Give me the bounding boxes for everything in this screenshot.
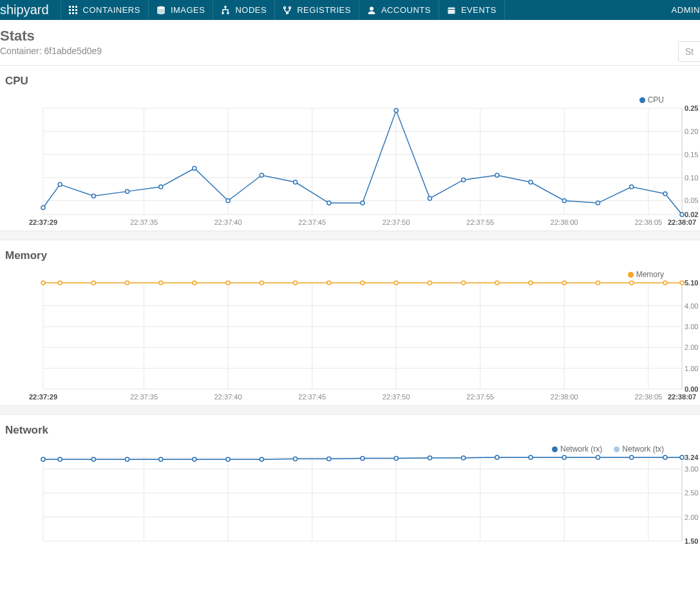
nav-admin[interactable]: ADMIN — [663, 5, 700, 15]
svg-text:22:37:45: 22:37:45 — [298, 393, 326, 401]
chart-memory: Memory 0.001.002.003.004.005.1022:37:292… — [0, 270, 700, 405]
tree-icon — [221, 6, 230, 15]
svg-point-182 — [630, 455, 634, 459]
svg-point-164 — [41, 457, 45, 461]
person-icon — [367, 6, 376, 15]
svg-text:22:38:05: 22:38:05 — [634, 218, 662, 226]
svg-text:22:38:05: 22:38:05 — [634, 393, 662, 401]
svg-point-57 — [260, 173, 263, 177]
svg-text:22:37:50: 22:37:50 — [383, 218, 410, 226]
section-network: Network Network (rx) Network (tx) 1.502.… — [0, 415, 700, 548]
chart-network: Network (rx) Network (tx) 1.502.002.503.… — [0, 445, 700, 548]
svg-point-115 — [462, 281, 466, 285]
svg-point-69 — [663, 192, 667, 196]
svg-text:22:38:07: 22:38:07 — [668, 218, 696, 226]
svg-text:22:37:29: 22:37:29 — [29, 393, 57, 401]
section-separator — [0, 231, 700, 240]
svg-text:22:37:29: 22:37:29 — [29, 218, 57, 226]
svg-text:2.50: 2.50 — [685, 489, 698, 497]
svg-point-173 — [327, 457, 331, 461]
svg-point-168 — [159, 457, 163, 461]
nav-item-label: EVENTS — [461, 0, 497, 20]
svg-point-108 — [226, 281, 230, 285]
svg-point-170 — [226, 457, 230, 461]
svg-point-117 — [529, 281, 533, 285]
disk-icon — [156, 6, 166, 15]
svg-text:22:37:35: 22:37:35 — [130, 218, 158, 226]
nav-item-accounts[interactable]: ACCOUNTS — [359, 0, 439, 20]
svg-point-110 — [294, 281, 298, 285]
svg-rect-4 — [72, 9, 74, 11]
nav-item-label: CONTAINERS — [83, 0, 140, 20]
svg-point-169 — [193, 457, 196, 461]
nav-item-registries[interactable]: REGISTRIES — [275, 0, 359, 20]
svg-point-55 — [193, 166, 196, 170]
svg-point-16 — [370, 6, 374, 10]
svg-point-175 — [394, 456, 398, 460]
svg-point-109 — [260, 281, 263, 285]
page-header: Stats Container: 6f1abde5d0e9 St — [0, 20, 700, 66]
tab-button[interactable]: St — [678, 41, 700, 62]
svg-point-50 — [41, 206, 45, 209]
svg-point-56 — [226, 198, 230, 202]
section-title-memory: Memory — [5, 249, 700, 262]
nav-item-nodes[interactable]: NODES — [213, 0, 275, 20]
legend-dot-cpu — [639, 97, 645, 103]
section-title-cpu: CPU — [5, 75, 700, 88]
page-title: Stats — [0, 28, 102, 44]
svg-text:0.02: 0.02 — [685, 211, 698, 218]
svg-text:0.20: 0.20 — [685, 128, 698, 135]
svg-text:0.05: 0.05 — [685, 196, 698, 204]
sub-prefix: Container: — [0, 46, 44, 56]
svg-point-180 — [562, 455, 566, 459]
legend-label: CPU — [648, 95, 664, 104]
nav-item-containers[interactable]: CONTAINERS — [61, 0, 149, 20]
svg-rect-17 — [448, 7, 455, 14]
svg-point-183 — [663, 455, 667, 459]
svg-point-62 — [428, 196, 431, 200]
svg-point-59 — [327, 201, 331, 205]
svg-point-14 — [289, 6, 291, 8]
legend-dot-rx — [552, 446, 558, 452]
svg-point-178 — [495, 455, 499, 459]
svg-point-9 — [157, 6, 165, 9]
svg-text:22:37:40: 22:37:40 — [214, 393, 242, 401]
nav-item-events[interactable]: EVENTS — [439, 0, 505, 20]
svg-text:22:37:35: 22:37:35 — [130, 393, 158, 401]
nav-item-images[interactable]: IMAGES — [149, 0, 214, 20]
svg-rect-3 — [69, 9, 71, 11]
svg-rect-6 — [69, 12, 71, 14]
svg-point-179 — [529, 455, 533, 459]
logo[interactable]: shipyard — [0, 3, 49, 17]
legend-label: Network (rx) — [560, 445, 602, 454]
nav-item-label: IMAGES — [171, 0, 205, 20]
svg-point-61 — [394, 109, 398, 113]
svg-rect-12 — [227, 12, 229, 14]
svg-rect-10 — [225, 6, 227, 8]
svg-point-54 — [159, 185, 163, 189]
svg-point-165 — [58, 457, 62, 461]
svg-text:3.00: 3.00 — [685, 465, 698, 473]
nav-item-label: NODES — [235, 0, 267, 20]
nav-item-label: ACCOUNTS — [381, 0, 431, 20]
svg-point-184 — [680, 455, 684, 459]
section-title-network: Network — [5, 424, 700, 437]
svg-text:2.00: 2.00 — [685, 343, 698, 351]
svg-point-65 — [529, 180, 533, 184]
svg-text:0.00: 0.00 — [685, 385, 698, 393]
svg-point-52 — [91, 194, 95, 198]
svg-point-121 — [663, 281, 667, 285]
svg-text:1.50: 1.50 — [685, 537, 698, 545]
svg-point-70 — [680, 213, 684, 216]
svg-point-120 — [630, 281, 634, 285]
svg-point-114 — [428, 281, 431, 285]
svg-text:22:37:55: 22:37:55 — [466, 393, 494, 401]
svg-point-177 — [462, 456, 466, 460]
svg-text:2.00: 2.00 — [685, 513, 698, 521]
svg-text:0.25: 0.25 — [685, 104, 698, 112]
svg-point-107 — [193, 281, 196, 285]
section-separator — [0, 405, 700, 415]
svg-point-68 — [630, 185, 634, 189]
legend-label: Memory — [636, 270, 664, 279]
svg-point-118 — [562, 281, 566, 285]
